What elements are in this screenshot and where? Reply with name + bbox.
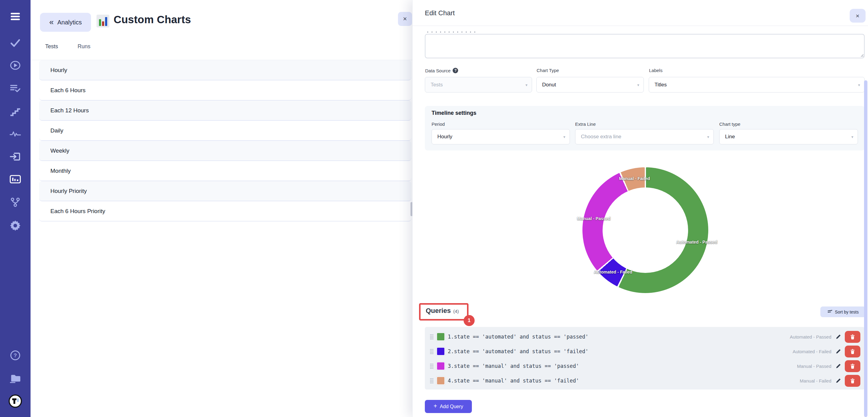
query-result-label: Automated - Passed <box>790 334 831 340</box>
milestones-stairs-icon[interactable] <box>0 103 31 120</box>
add-query-button[interactable]: + Add Query <box>425 400 472 413</box>
charts-list-panel: « Analytics Custom Charts × Tests Runs H… <box>31 0 412 417</box>
drag-handle-icon[interactable] <box>430 349 434 354</box>
donut-slice-label: Manual - Failed <box>619 176 650 181</box>
labels-label: Labels <box>649 68 662 73</box>
donut-slice-label: Manual - Passed <box>577 216 611 221</box>
edit-pencil-icon[interactable] <box>836 363 841 369</box>
color-swatch[interactable] <box>436 347 445 356</box>
close-icon: × <box>403 15 407 23</box>
sort-by-tests-button[interactable]: Sort by tests <box>820 307 866 317</box>
drag-handle-icon[interactable] <box>430 378 434 384</box>
drawer-close-button[interactable]: × <box>850 9 866 23</box>
period-select[interactable]: Hourly ▾ <box>432 129 570 145</box>
pull-requests-sign-in-icon[interactable] <box>0 148 31 165</box>
query-row: 3.state == 'manual' and status == 'passe… <box>425 359 865 373</box>
queries-count: (4) <box>453 309 459 314</box>
chevron-down-icon: ▾ <box>525 83 527 87</box>
back-to-analytics-button[interactable]: « Analytics <box>40 13 91 32</box>
color-swatch[interactable] <box>436 376 445 385</box>
trash-icon <box>850 334 855 340</box>
chart-type-select[interactable]: Donut ▾ <box>536 77 644 93</box>
query-row: 4.state == 'manual' and status == 'faile… <box>425 373 865 388</box>
plans-list-check-icon[interactable] <box>0 80 31 97</box>
delete-query-button[interactable] <box>845 375 860 387</box>
help-icon[interactable]: ? <box>453 68 458 73</box>
color-swatch[interactable] <box>436 361 445 371</box>
query-text: 3.state == 'manual' and status == 'passe… <box>448 363 797 369</box>
edit-chart-drawer: Edit Chart × Data Source ? Chart Type La… <box>412 0 868 417</box>
chevron-down-icon: ▾ <box>707 135 709 139</box>
query-result-label: Manual - Failed <box>800 378 831 383</box>
chart-description-textarea[interactable] <box>425 34 865 58</box>
donut-slice-label: Automated - Failed <box>594 269 632 275</box>
drag-handle-icon[interactable] <box>430 334 434 340</box>
drawer-scrollbar[interactable] <box>864 0 867 417</box>
drag-handle-icon[interactable] <box>430 363 434 369</box>
list-item-daily[interactable]: Daily <box>39 121 411 141</box>
edit-pencil-icon[interactable] <box>836 378 841 383</box>
clipped-field-label <box>427 31 476 33</box>
delete-query-button[interactable] <box>845 360 860 372</box>
tests-check-icon[interactable] <box>0 34 31 52</box>
bar-chart-emoji-icon <box>96 15 109 28</box>
chevron-down-icon: ▾ <box>637 83 639 87</box>
edit-pencil-icon[interactable] <box>836 349 841 354</box>
help-icon[interactable]: ? <box>0 347 31 364</box>
settings-gear-icon[interactable] <box>0 217 31 234</box>
queries-heading: Queries(4) <box>426 307 459 315</box>
period-label: Period <box>432 122 445 127</box>
custom-charts-list: Hourly Each 6 Hours Each 12 Hours Daily … <box>39 60 411 221</box>
donut-slice-label: Automated - Passed <box>676 239 717 245</box>
drawer-title: Edit Chart <box>425 9 455 17</box>
custom-charts-icon[interactable] <box>0 171 31 188</box>
branch-icon[interactable] <box>0 194 31 211</box>
annotation-badge: 1 <box>464 315 475 326</box>
donut-chart: Automated - PassedAutomated - FailedManu… <box>583 167 708 293</box>
projects-folder-icon[interactable] <box>0 370 31 387</box>
chevrons-left-icon: « <box>49 18 54 26</box>
left-panel-close-button[interactable]: × <box>398 12 412 26</box>
color-swatch[interactable] <box>436 332 445 341</box>
list-item-weekly[interactable]: Weekly <box>39 141 411 161</box>
chart-type-label: Chart Type <box>537 68 559 73</box>
list-item-hourly[interactable]: Hourly <box>39 60 411 80</box>
timeline-settings-heading: Timeline settings <box>432 110 476 116</box>
query-row: 2.state == 'automated' and status == 'fa… <box>425 344 865 359</box>
chevron-down-icon: ▾ <box>851 135 853 139</box>
page-title: Custom Charts <box>114 13 191 26</box>
runs-play-icon[interactable] <box>0 57 31 74</box>
app-sidebar: ? <box>0 0 31 417</box>
divider <box>413 26 868 26</box>
list-item-monthly[interactable]: Monthly <box>39 161 411 181</box>
back-button-label: Analytics <box>57 19 82 26</box>
query-text: 2.state == 'automated' and status == 'fa… <box>448 348 793 354</box>
query-row: 1.state == 'automated' and status == 'pa… <box>425 329 865 344</box>
queries-panel: 1.state == 'automated' and status == 'pa… <box>425 327 865 389</box>
chevron-down-icon: ▾ <box>563 135 565 139</box>
list-item-each-12-hours[interactable]: Each 12 Hours <box>39 100 411 121</box>
timeline-chart-type-select[interactable]: Line ▾ <box>719 129 858 145</box>
menu-icon[interactable] <box>0 8 31 25</box>
extra-line-select[interactable]: Choose extra line ▾ <box>575 129 714 145</box>
query-text: 1.state == 'automated' and status == 'pa… <box>448 334 790 340</box>
scrollbar-thumb[interactable] <box>864 80 867 417</box>
close-icon: × <box>856 12 860 20</box>
list-item-each-6-hours-priority[interactable]: Each 6 Hours Priority <box>39 201 411 221</box>
list-item-hourly-priority[interactable]: Hourly Priority <box>39 181 411 201</box>
data-source-select: Tests ▾ <box>425 77 532 93</box>
list-item-each-6-hours[interactable]: Each 6 Hours <box>39 80 411 100</box>
delete-query-button[interactable] <box>845 331 860 343</box>
svg-text:?: ? <box>14 353 17 358</box>
timeline-chart-type-label: Chart type <box>719 122 740 127</box>
logo-icon[interactable] <box>0 392 31 410</box>
analytics-pulse-icon[interactable] <box>0 125 31 142</box>
trash-icon <box>850 378 855 383</box>
labels-select[interactable]: Titles ▾ <box>649 77 865 93</box>
donut-hole <box>602 187 688 273</box>
tab-tests[interactable]: Tests <box>45 43 58 50</box>
tab-runs[interactable]: Runs <box>78 43 90 50</box>
delete-query-button[interactable] <box>845 346 860 357</box>
chevron-down-icon: ▾ <box>858 83 860 87</box>
edit-pencil-icon[interactable] <box>836 334 841 340</box>
